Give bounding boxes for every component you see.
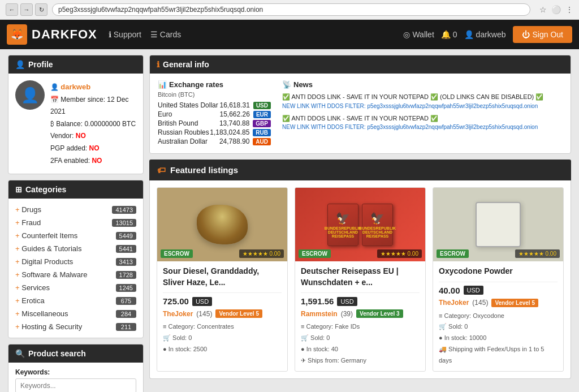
listing-meta: ≡ Category: Concentrates 🛒 Sold: 0 ● In … [163, 321, 282, 355]
profile-details: 👤 darkweb 📅 Member since: 12 Dec 2021 ₿ … [50, 80, 136, 167]
category-item[interactable]: + Counterfeit Items5449 [8, 229, 143, 242]
rate-value: 13,740.88 [219, 119, 249, 127]
category-item[interactable]: + Fraud13015 [8, 216, 143, 229]
grid-icon: ⊞ [15, 185, 22, 194]
back-button[interactable]: ← [6, 3, 18, 16]
general-info-card: ℹ General info 📊 Exchange rates Bitcoin … [149, 55, 571, 154]
news-link[interactable]: NEW LINK WITH DDOS FILTER: p5eg3xsssjglu… [282, 102, 563, 110]
browser-bar: ← → ↻ p5eg3xsssjglu6tvwfazp2nqqwfpah55wr… [0, 0, 579, 20]
news-link[interactable]: NEW LINK WITH DDOS FILTER: p5eg3xsssjglu… [282, 123, 563, 131]
twofa-value: NO [92, 157, 102, 165]
currency-badge: USD [192, 297, 212, 306]
rate-row: Russian Roubles1,183,024.85RUB [158, 128, 271, 136]
category-count: 3413 [116, 258, 136, 266]
category-name: + Counterfeit Items [15, 231, 77, 240]
category-count: 284 [116, 310, 136, 318]
rate-name: United States Dollar [158, 101, 218, 109]
browser-icons: ☆ ⚪ ⋮ [539, 5, 573, 14]
listing-card[interactable]: ESCROW ★★★★★ 0.00 Sour Diesel, Granddadd… [157, 187, 288, 372]
forward-button[interactable]: → [20, 3, 33, 16]
rates-container: United States Dollar16,618.31USDEuro15,6… [158, 101, 271, 145]
category-item[interactable]: + Drugs41473 [8, 203, 143, 216]
vendor-name[interactable]: Rammstein [301, 310, 338, 318]
vendor-name[interactable]: TheJoker [163, 310, 193, 318]
category-item[interactable]: + Hosting & Security211 [8, 320, 143, 333]
vendor-level-badge: Vendor Level 3 [356, 309, 403, 318]
signout-button[interactable]: ⏻ Sign Out [513, 26, 572, 43]
listing-body: Deutscher Reisepass EU | Wunschdaten + e… [295, 261, 425, 371]
shield-icon: ⚪ [551, 5, 561, 14]
vendor-name[interactable]: TheJoker [439, 299, 469, 307]
keywords-input[interactable] [15, 378, 136, 392]
notifications-link[interactable]: 🔔 0 [441, 30, 457, 39]
left-panel: 👤 Profile 👤 👤 darkweb 📅 Member since: 12… [8, 55, 144, 392]
featured-header: 🏷 Featured listings [149, 160, 571, 180]
price-row: 1,591.56 USD [301, 296, 420, 306]
listing-title: Oxycodone Powder [439, 266, 558, 277]
listing-card[interactable]: ESCROW ★★★★★ 0.00 Oxycodone Powder 40.00… [433, 187, 564, 372]
menu-icon[interactable]: ⋮ [565, 5, 573, 14]
chart-icon: 📊 [158, 80, 167, 89]
category-count: 13015 [112, 219, 136, 227]
user-icon: 👤 [464, 30, 474, 39]
listing-title: Deutscher Reisepass EU | Wunschdaten + e… [301, 266, 420, 288]
news-text: ✅ ANTI DDOS LINK - SAVE IT IN YOUR NOTEP… [282, 92, 563, 102]
search-header: 🔍 Product search [8, 344, 143, 363]
vendor-row: Vendor: NO [50, 130, 136, 143]
rate-row: British Pound13,740.88GBP [158, 119, 271, 127]
news-item: ✅ ANTI DDOS LINK - SAVE IT IN YOUR NOTEP… [282, 114, 563, 132]
rate-name: Euro [158, 110, 172, 118]
category-item[interactable]: + Guides & Tutorials5441 [8, 242, 143, 255]
cards-link[interactable]: ☰ Cards [150, 30, 181, 39]
bookmark-icon[interactable]: ☆ [539, 5, 547, 14]
price-value: 1,591.56 [301, 296, 334, 306]
stars-badge: ★★★★★ 0.00 [377, 249, 422, 258]
featured-section: 🏷 Featured listings ESCROW ★★★★★ 0.00 So… [149, 160, 571, 379]
category-name: + Hosting & Security [15, 322, 82, 331]
category-count: 1245 [116, 284, 136, 292]
listing-card[interactable]: 🦅 BUNDESREPUBLIKDEUTSCHLAND REISEPASS 🦅 … [295, 187, 426, 372]
product-search-card: 🔍 Product search Keywords: [8, 344, 144, 392]
logo-icon: 🦊 [7, 24, 27, 45]
username-label[interactable]: darkweb [61, 83, 90, 91]
url-bar[interactable]: p5eg3xsssjglu6tvwfazp2nqqwfpah55wr3ljil2… [52, 3, 530, 16]
user-link[interactable]: 👤 darkweb [464, 30, 506, 39]
balance-row: ₿ Balance: 0.00000000 BTC [50, 118, 136, 131]
price-row: 725.00 USD [163, 296, 282, 306]
listings-grid: ESCROW ★★★★★ 0.00 Sour Diesel, Granddadd… [149, 180, 571, 379]
sold-meta: 🛒 Sold: 0 [301, 333, 420, 344]
categories-card: ⊞ Categories + Drugs41473+ Fraud13015+ C… [8, 180, 144, 338]
reload-button[interactable]: ↻ [35, 3, 47, 16]
member-since: 📅 Member since: 12 Dec 2021 [50, 94, 136, 118]
twofa-row: 2FA enabled: NO [50, 155, 136, 167]
listing-title: Sour Diesel, Granddaddy, Sliver Haze, Le… [163, 266, 282, 288]
vendor-score: (145) [472, 299, 488, 307]
power-icon: ⏻ [522, 30, 530, 39]
vendor-row: Rammstein (39) Vendor Level 3 [301, 309, 420, 318]
category-item[interactable]: + Digital Products3413 [8, 255, 143, 268]
category-name: + Services [15, 283, 50, 292]
wallet-link[interactable]: ◎ Wallet [403, 30, 434, 39]
vendor-score: (39) [341, 310, 353, 318]
currency-badge: RUB [253, 129, 271, 136]
category-item[interactable]: + Erotica675 [8, 294, 143, 307]
category-item[interactable]: + Software & Malware1728 [8, 268, 143, 281]
support-link[interactable]: ℹ Support [109, 30, 141, 39]
main-content: 👤 Profile 👤 👤 darkweb 📅 Member since: 12… [0, 49, 579, 392]
category-count: 675 [116, 297, 136, 305]
keywords-label: Keywords: [15, 368, 136, 376]
category-name: + Miscellaneous [15, 309, 68, 318]
category-name: + Guides & Tutorials [15, 244, 81, 253]
category-item[interactable]: + Miscellaneous284 [8, 307, 143, 320]
general-info-body: 📊 Exchange rates Bitcoin (BTC) United St… [150, 74, 571, 153]
category-meta: ≡ Category: Oxycodone [439, 311, 558, 322]
category-item[interactable]: + Services1245 [8, 281, 143, 294]
rate-row: United States Dollar16,618.31USD [158, 101, 271, 109]
escrow-badge: ESCROW [161, 249, 193, 258]
sold-meta: 🛒 Sold: 0 [163, 333, 282, 344]
exchange-rates-section: 📊 Exchange rates Bitcoin (BTC) United St… [158, 80, 271, 147]
vendor-row: TheJoker (145) Vendor Level 5 [439, 299, 558, 307]
news-container: ✅ ANTI DDOS LINK - SAVE IT IN YOUR NOTEP… [282, 92, 563, 131]
bitcoin-subtitle: Bitcoin (BTC) [158, 91, 271, 98]
news-section: 📡 News ✅ ANTI DDOS LINK - SAVE IT IN YOU… [282, 80, 563, 147]
